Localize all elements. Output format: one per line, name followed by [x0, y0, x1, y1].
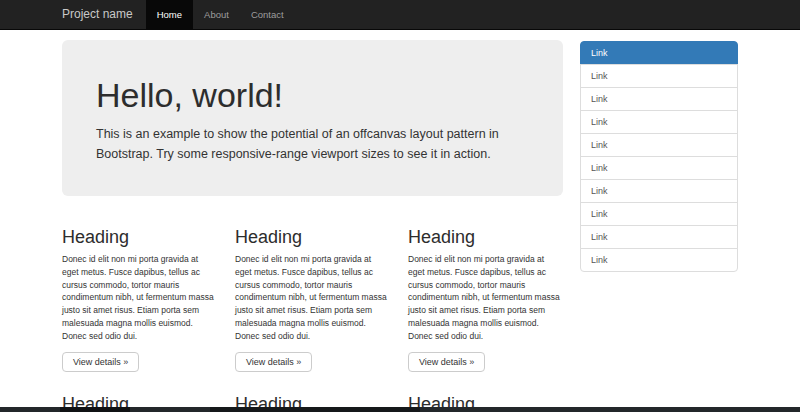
main-content: Hello, world! This is an example to show…: [62, 30, 563, 412]
sidebar-link-item[interactable]: Link: [580, 87, 738, 111]
navbar-brand[interactable]: Project name: [62, 0, 133, 29]
page-container: Hello, world! This is an example to show…: [62, 30, 738, 412]
card-heading: Heading: [62, 227, 214, 248]
sidebar-link-item[interactable]: Link: [580, 133, 738, 157]
card-row-1: Heading Donec id elit non mi porta gravi…: [62, 205, 563, 372]
sidebar-link-item[interactable]: Link: [580, 156, 738, 180]
view-details-button[interactable]: View details »: [235, 352, 312, 372]
sidebar: LinkLinkLinkLinkLinkLinkLinkLinkLinkLink: [580, 30, 738, 412]
sidebar-link-item[interactable]: Link: [580, 41, 738, 65]
view-details-button[interactable]: View details »: [408, 352, 485, 372]
jumbotron-title: Hello, world!: [96, 76, 533, 115]
sidebar-link-item[interactable]: Link: [580, 179, 738, 203]
sidebar-link-item[interactable]: Link: [580, 110, 738, 134]
sidebar-link-item[interactable]: Link: [580, 225, 738, 249]
card-heading: Heading: [235, 227, 387, 248]
view-details-button[interactable]: View details »: [62, 352, 139, 372]
sidebar-link-item[interactable]: Link: [580, 248, 738, 272]
navbar-nav: HomeAboutContact: [146, 0, 295, 29]
nav-item-home[interactable]: Home: [146, 0, 193, 29]
sidebar-link-item[interactable]: Link: [580, 64, 738, 88]
navbar: Project name HomeAboutContact: [0, 0, 800, 30]
card-body-text: Donec id elit non mi porta gravida at eg…: [235, 253, 387, 342]
content-card: Heading Donec id elit non mi porta gravi…: [408, 205, 560, 372]
window-bottom-strip: [0, 407, 800, 412]
link-list-group: LinkLinkLinkLinkLinkLinkLinkLinkLinkLink: [580, 41, 738, 272]
jumbotron-description: This is an example to show the potential…: [96, 124, 532, 164]
content-card: Heading Donec id elit non mi porta gravi…: [235, 205, 387, 372]
card-body-text: Donec id elit non mi porta gravida at eg…: [62, 253, 214, 342]
jumbotron: Hello, world! This is an example to show…: [62, 40, 563, 196]
card-heading: Heading: [408, 227, 560, 248]
nav-item-about[interactable]: About: [193, 0, 240, 29]
card-body-text: Donec id elit non mi porta gravida at eg…: [408, 253, 560, 342]
content-card: Heading Donec id elit non mi porta gravi…: [62, 205, 214, 372]
sidebar-link-item[interactable]: Link: [580, 202, 738, 226]
nav-item-contact[interactable]: Contact: [240, 0, 295, 29]
